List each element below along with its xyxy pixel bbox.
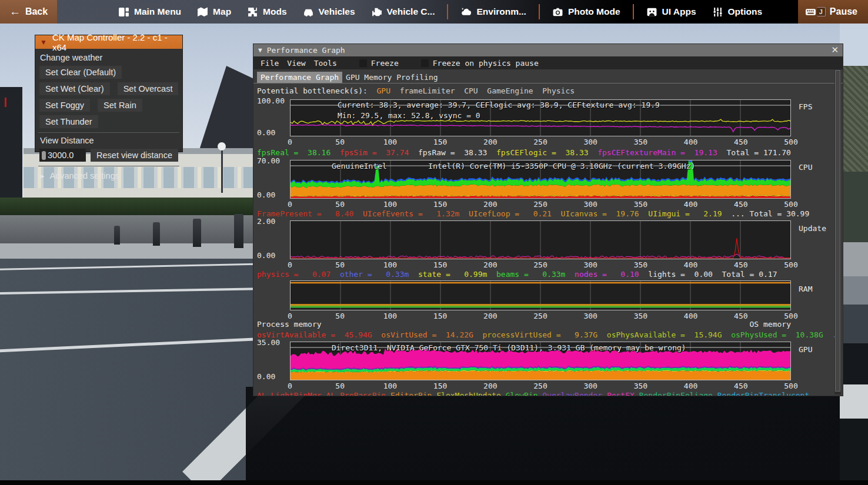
topbar-item-mods[interactable]: Mods bbox=[247, 6, 286, 18]
menu-view[interactable]: View bbox=[287, 59, 305, 68]
bottleneck-gpu: GPU bbox=[372, 86, 395, 95]
menu-file[interactable]: File bbox=[261, 59, 279, 68]
x-tick: 250 bbox=[533, 138, 547, 146]
x-tick: 500 bbox=[784, 138, 797, 146]
topbar-item-main-menu[interactable]: Main Menu bbox=[118, 6, 181, 18]
toggle-label: Freeze bbox=[371, 59, 399, 68]
x-tick: 200 bbox=[483, 260, 497, 269]
bottleneck-prefix: Potential bottleneck(s): bbox=[257, 86, 372, 95]
toggle-freeze-on-physics-pause[interactable]: Freeze on physics pause bbox=[421, 59, 539, 68]
update-x-axis: 050100150200250300350400450500 bbox=[290, 260, 791, 269]
ck-window-body: Change weather Set Clear (Default)Set We… bbox=[35, 49, 182, 152]
set-wet-clear-button[interactable]: Set Wet (Clear) bbox=[39, 82, 110, 95]
bollard bbox=[153, 222, 160, 246]
topbar-item-vehicles[interactable]: Vehicles bbox=[303, 6, 355, 18]
set-clear-default-button[interactable]: Set Clear (Default) bbox=[39, 66, 122, 79]
ram-label: RAM bbox=[799, 285, 812, 293]
road-shadow bbox=[246, 387, 868, 481]
topbar-item-ui-apps[interactable]: UI Apps bbox=[646, 6, 696, 18]
pause-key-badge: J bbox=[817, 7, 826, 16]
divider bbox=[38, 166, 179, 166]
map-icon bbox=[197, 6, 208, 18]
x-tick: 50 bbox=[335, 138, 345, 146]
stat-4: fpsCEFtextureMain = 19.13 bbox=[597, 148, 717, 157]
vehicle-config-icon bbox=[371, 6, 382, 18]
pause-button[interactable]: J Pause bbox=[798, 0, 868, 24]
stat-4: osPhysUsed = 10.38G bbox=[731, 330, 823, 339]
x-tick: 200 bbox=[483, 312, 497, 320]
legend-postfx: PostFX bbox=[607, 391, 635, 396]
x-tick: 0 bbox=[288, 382, 292, 390]
view-distance-input[interactable]: 3000.0 bbox=[39, 149, 86, 162]
back-button[interactable]: ← Back bbox=[0, 0, 57, 24]
x-tick: 350 bbox=[634, 382, 647, 390]
topbar-item-photo-mode[interactable]: Photo Mode bbox=[552, 6, 620, 18]
x-tick: 300 bbox=[583, 138, 597, 146]
ck-title-bar[interactable]: ▼ CK Map Controller - 2.2 - c1 - x64 bbox=[35, 35, 182, 49]
x-tick: 50 bbox=[335, 200, 345, 209]
menu-separator bbox=[447, 4, 448, 19]
topbar-item-environm[interactable]: Environm... bbox=[460, 6, 526, 18]
fps-overlay-line1: Current: 38.3, average: 39.7, CEFlogic a… bbox=[338, 101, 660, 109]
menu-tools[interactable]: Tools bbox=[314, 59, 337, 68]
collapse-triangle-icon[interactable]: ▼ bbox=[258, 46, 262, 54]
topbar-item-map[interactable]: Map bbox=[197, 6, 231, 18]
checkbox-freeze-on-physics-pause[interactable] bbox=[421, 59, 429, 67]
x-tick: 400 bbox=[684, 382, 697, 390]
bollard bbox=[114, 226, 120, 245]
ram-x-axis: 050100150200250300350400450500 bbox=[290, 312, 791, 320]
tab-gpu-memory-profiling[interactable]: GPU Memory Profiling bbox=[342, 72, 442, 83]
fps-label: FPS bbox=[799, 102, 812, 111]
x-tick: 200 bbox=[483, 138, 497, 146]
toggle-freeze[interactable]: Freeze bbox=[359, 59, 399, 68]
x-tick: 0 bbox=[288, 312, 292, 320]
scrollbar-thumb[interactable] bbox=[835, 70, 840, 392]
perf-tab-bar: Performance GraphGPU Memory Profiling bbox=[253, 71, 843, 83]
stat-3: beams = 0.33m bbox=[496, 270, 565, 279]
set-overcast-button[interactable]: Set Overcast bbox=[118, 82, 179, 95]
x-tick: 50 bbox=[335, 312, 345, 320]
close-icon[interactable]: ✕ bbox=[831, 45, 839, 55]
weather-buttons: Set Clear (Default)Set Wet (Clear)Set Ov… bbox=[39, 66, 179, 128]
legend-flexmeshupdate: FlexMeshUpdate bbox=[436, 391, 501, 396]
fps-stats: fpsReal = 38.16 fpsSim = 37.74 fpsRaw = … bbox=[257, 148, 791, 157]
drag-grip[interactable] bbox=[42, 151, 46, 160]
top-menu-bar: ← Back Main MenuMapModsVehiclesVehicle C… bbox=[0, 0, 868, 24]
topbar-item-options[interactable]: Options bbox=[712, 6, 763, 18]
street-lamp bbox=[218, 142, 226, 150]
update-label: Update bbox=[799, 224, 826, 233]
x-tick: 100 bbox=[383, 138, 397, 146]
perf-title-bar[interactable]: ▼ Performance Graph ✕ bbox=[253, 44, 843, 56]
gpu-label: GPU bbox=[799, 345, 812, 354]
tab-performance-graph[interactable]: Performance Graph bbox=[257, 72, 342, 83]
set-thunder-button[interactable]: Set Thunder bbox=[39, 115, 98, 128]
x-tick: 250 bbox=[533, 260, 547, 269]
gpu-overlay-line1: Direct3D11, NVIDIA GeForce GTX 750 Ti (D… bbox=[332, 343, 686, 352]
x-tick: 450 bbox=[734, 138, 747, 146]
set-rain-button[interactable]: Set Rain bbox=[98, 99, 142, 112]
topbar-item-vehicle-c[interactable]: Vehicle C... bbox=[371, 6, 435, 18]
topbar-item-label: Environm... bbox=[476, 6, 526, 17]
x-tick: 350 bbox=[634, 138, 647, 146]
topbar-item-label: Photo Mode bbox=[568, 6, 620, 17]
legend-al-prepassbin: AL_PrePassBin bbox=[326, 391, 386, 396]
collapse-triangle-icon[interactable]: ▼ bbox=[40, 38, 47, 46]
x-tick: 100 bbox=[383, 312, 397, 320]
cpu-x-axis: 050100150200250300350400450500 bbox=[290, 200, 791, 208]
reset-view-distance-button[interactable]: Reset view distance bbox=[91, 149, 178, 162]
scrollbar[interactable] bbox=[834, 69, 841, 394]
legend-renderbinfoliage: RenderBinFoliage bbox=[639, 391, 713, 396]
set-foggy-button[interactable]: Set Foggy bbox=[39, 99, 90, 112]
stat-1: other = 0.33m bbox=[340, 270, 409, 279]
advanced-settings-expander[interactable]: ▶ Advanced settings bbox=[39, 171, 178, 180]
menu-separator bbox=[633, 4, 634, 19]
checkbox-freeze[interactable] bbox=[359, 59, 367, 67]
legend-editorbin: EditorBin bbox=[390, 391, 432, 396]
x-tick: 150 bbox=[433, 312, 447, 320]
bottleneck-framelimiter: frameLimiter bbox=[395, 86, 460, 95]
ck-map-controller-window: ▼ CK Map Controller - 2.2 - c1 - x64 Cha… bbox=[35, 35, 182, 152]
gpu-x-axis: 050100150200250300350400450500 bbox=[290, 382, 791, 390]
x-tick: 500 bbox=[784, 200, 797, 209]
legend-renderbintranslucent: RenderBinTranslucent bbox=[717, 391, 810, 396]
stat-2: state = 0.99m bbox=[418, 270, 487, 279]
